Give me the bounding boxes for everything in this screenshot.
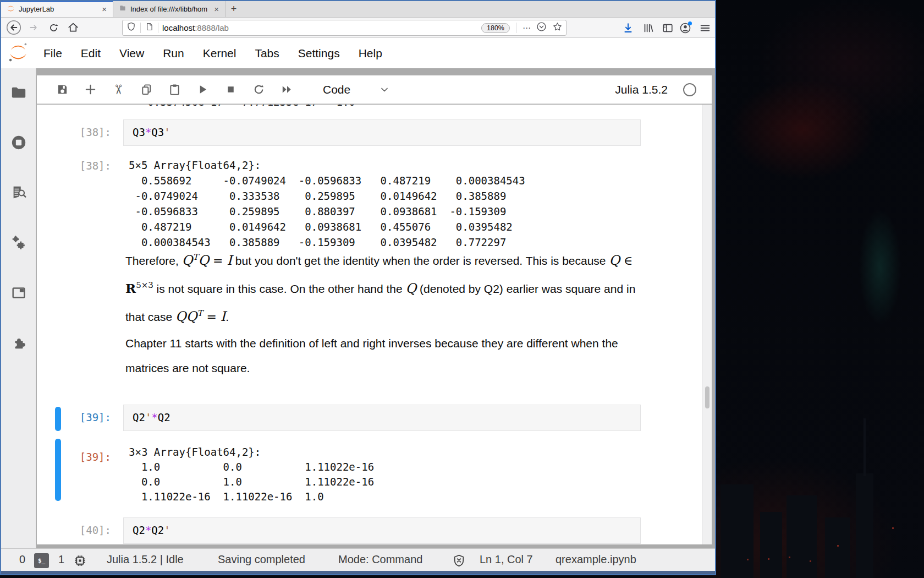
page-info-icon[interactable] — [145, 22, 154, 34]
markdown-text: Therefore, — [125, 254, 182, 267]
city-light — [768, 558, 769, 560]
menu-hamburger-icon[interactable] — [697, 20, 713, 36]
save-icon[interactable] — [55, 82, 70, 97]
cursor-position[interactable]: Ln 1, Col 7 — [480, 553, 533, 566]
skyline-building — [856, 473, 873, 578]
tab-jupyterlab[interactable]: JupyterLab × — [1, 1, 113, 17]
divider — [516, 23, 516, 33]
run-all-icon[interactable] — [279, 82, 294, 97]
math-symbol: = — [202, 310, 220, 324]
kernel-status-text[interactable]: Julia 1.5.2 | Idle — [107, 553, 184, 566]
math-symbol: T — [193, 252, 198, 262]
code-token: ' — [164, 524, 170, 536]
chevron-down-icon — [379, 84, 390, 95]
run-cell-icon[interactable] — [195, 82, 210, 97]
code-token: * — [145, 126, 151, 138]
back-button[interactable] — [6, 19, 22, 36]
math-symbol: I — [221, 309, 226, 324]
city-light — [810, 560, 811, 562]
menu-item-edit[interactable]: Edit — [72, 47, 110, 60]
code-cell-input[interactable]: Q2*Q2' — [123, 517, 641, 544]
trust-shield-icon[interactable] — [452, 554, 466, 570]
home-button[interactable] — [65, 19, 81, 36]
tab-close-icon[interactable]: × — [100, 5, 108, 13]
forward-button[interactable] — [25, 19, 42, 36]
output-collapser[interactable] — [55, 439, 61, 501]
restart-kernel-icon[interactable] — [251, 82, 266, 97]
command-palette-icon[interactable] — [10, 184, 28, 201]
menu-item-settings[interactable]: Settings — [289, 47, 349, 60]
menu-item-view[interactable]: View — [110, 47, 153, 60]
property-inspector-icon[interactable] — [10, 234, 28, 252]
code-cell-input[interactable]: Q2'*Q2 — [123, 405, 641, 431]
notebook-scrollbar[interactable] — [702, 105, 712, 544]
new-tab-button[interactable]: + — [226, 1, 242, 17]
city-light — [747, 559, 749, 560]
url-bar[interactable]: localhost:8888/lab 180% ⋯ — [122, 20, 566, 36]
scrollbar-thumb[interactable] — [705, 386, 710, 408]
code-token: Q2 — [158, 411, 170, 423]
markdown-paragraph[interactable]: Therefore, QTQ = I but you don't get the… — [125, 245, 656, 329]
open-tabs-icon[interactable] — [10, 284, 28, 302]
tab-title: Index of file:///x/libb/hom — [130, 5, 208, 13]
downloads-icon[interactable] — [620, 20, 636, 36]
menu-item-file[interactable]: File — [34, 47, 72, 60]
copy-cells-icon[interactable] — [139, 82, 154, 97]
cut-cells-icon[interactable]: ✂ — [111, 82, 126, 97]
cell-type-dropdown[interactable]: Code — [323, 83, 390, 96]
account-icon[interactable] — [678, 20, 693, 36]
tracking-shield-icon[interactable] — [126, 21, 136, 34]
notebook-toolbar: ✂ Code — [37, 75, 712, 104]
pocket-icon[interactable] — [536, 21, 547, 34]
city-light — [789, 557, 790, 558]
code-token: Q2 — [151, 524, 164, 536]
jupyter-logo — [8, 42, 29, 65]
jupyterlab-menu-bar: FileEditViewRunKernelTabsSettingsHelp — [1, 38, 715, 68]
account-notification-dot — [688, 21, 692, 25]
zoom-level-badge[interactable]: 180% — [481, 23, 510, 33]
paste-cells-icon[interactable] — [167, 82, 182, 97]
interrupt-kernel-icon[interactable] — [223, 82, 238, 97]
code-token: * — [145, 524, 151, 536]
markdown-text: . — [226, 310, 229, 323]
tab-close-icon[interactable]: × — [212, 5, 221, 13]
menu-item-kernel[interactable]: Kernel — [194, 47, 246, 60]
terminals-count: 0 — [19, 553, 25, 566]
math-symbol: 5×3 — [136, 280, 153, 290]
file-browser-icon[interactable] — [10, 84, 28, 101]
input-prompt: [40]: — [37, 524, 111, 536]
math-symbol: I — [227, 253, 232, 268]
reload-button[interactable] — [45, 19, 62, 36]
kernel-status-icon[interactable] — [683, 83, 696, 96]
tab-file-index[interactable]: Index of file:///x/libb/hom × — [113, 1, 226, 17]
mode-indicator[interactable]: Mode: Command — [338, 553, 422, 566]
status-bar: 0 $_ 1 Julia 1.5.2 | Idle Saving complet… — [1, 548, 715, 572]
math-symbol: QQ — [175, 309, 197, 324]
jupyter-favicon — [7, 4, 15, 14]
page-favicon — [119, 4, 127, 14]
markdown-paragraph[interactable]: Chapter 11 starts with the definition of… — [125, 331, 656, 380]
input-prompt: [38]: — [37, 126, 111, 138]
page-actions-icon[interactable]: ⋯ — [522, 23, 531, 33]
library-icon[interactable] — [640, 20, 656, 36]
math-symbol: = — [209, 254, 227, 268]
kernel-name[interactable]: Julia 1.5.2 — [615, 83, 668, 96]
menu-item-run[interactable]: Run — [153, 47, 194, 60]
browser-tab-bar: JupyterLab × Index of file:///x/libb/hom… — [1, 1, 715, 18]
url-text[interactable]: localhost:8888/lab — [162, 23, 481, 32]
code-token: Q3 — [151, 126, 164, 138]
running-kernels-icon[interactable] — [10, 134, 28, 151]
menu-item-help[interactable]: Help — [349, 47, 392, 60]
extension-manager-icon[interactable] — [10, 334, 28, 352]
city-light — [837, 545, 839, 547]
menu-item-tabs[interactable]: Tabs — [245, 47, 288, 60]
bookmark-star-icon[interactable] — [552, 21, 563, 34]
notebook-scroll-area[interactable]: -0.337456e-17 -7.771233e-17 1.0 [38]: Q3… — [37, 105, 702, 544]
math-symbol: R — [125, 281, 136, 296]
math-symbol: Q — [198, 253, 209, 268]
firefox-window: JupyterLab × Index of file:///x/libb/hom… — [0, 0, 716, 575]
code-cell-input[interactable]: Q3*Q3' — [123, 119, 641, 146]
sidebar-toggle-icon[interactable] — [660, 20, 675, 36]
add-cell-icon[interactable] — [83, 82, 98, 97]
menu-items: FileEditViewRunKernelTabsSettingsHelp — [34, 47, 392, 60]
